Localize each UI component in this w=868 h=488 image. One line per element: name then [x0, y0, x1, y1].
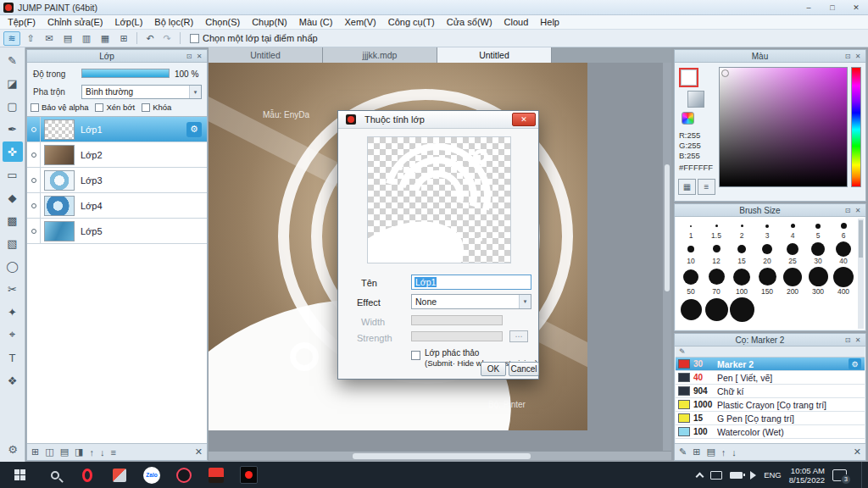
menu-item[interactable]: Help [534, 15, 565, 30]
menu-item[interactable]: Chọn(S) [199, 15, 246, 30]
close-panel-icon[interactable]: ✕ [853, 207, 863, 214]
layer-up-icon[interactable]: ↑ [89, 447, 94, 458]
layer-name-input[interactable]: Lớp1 [411, 274, 531, 290]
brush-edit-icon[interactable]: ✎ [679, 347, 686, 356]
taskbar-jumppaint-button[interactable] [200, 462, 232, 488]
brush-size-option[interactable]: 1.5 [704, 220, 729, 241]
ellipse-select-tool[interactable]: ◯ [3, 256, 23, 276]
brush-size-option[interactable]: 50 [678, 266, 704, 297]
layer-option-checkbox[interactable]: Khóa [142, 103, 171, 112]
show-desktop-button[interactable] [861, 462, 865, 488]
undock-icon[interactable]: ⊡ [184, 53, 194, 60]
minimize-button[interactable]: – [797, 0, 821, 14]
palette-grid-button[interactable]: ▦ [678, 179, 696, 195]
note-icon[interactable]: ▤ [59, 31, 76, 46]
brush-size-option[interactable]: 40 [831, 241, 856, 266]
taskbar-recorder-button[interactable] [232, 462, 264, 488]
checkbox-box[interactable] [95, 103, 103, 112]
brush-item[interactable]: 15G Pen [Cọ trang trí] [676, 412, 865, 425]
brush-size-option[interactable]: 150 [754, 266, 780, 297]
battery-icon[interactable] [730, 472, 743, 479]
color-cursor[interactable] [721, 69, 729, 77]
brush-size-option[interactable]: 15 [729, 241, 754, 266]
document-tab[interactable]: Untitled [209, 47, 323, 63]
brush-down-icon[interactable]: ↓ [732, 447, 737, 458]
dialog-close-button[interactable]: ✕ [512, 113, 536, 126]
layer-settings-icon[interactable]: ⚙ [186, 122, 202, 137]
ok-button[interactable]: OK [481, 362, 506, 376]
visibility-toggle[interactable] [27, 168, 41, 192]
visibility-toggle[interactable] [27, 117, 41, 141]
pen-tool[interactable]: ✒ [3, 119, 23, 139]
language-indicator[interactable]: ENG [764, 470, 782, 480]
speaker-icon[interactable] [750, 471, 756, 480]
brush-size-option[interactable]: 6 [831, 220, 856, 241]
taskbar-opera-button[interactable] [71, 462, 103, 488]
display-icon[interactable] [710, 471, 722, 480]
scrollbar-thumb[interactable] [353, 453, 531, 459]
checkbox-box[interactable] [31, 103, 39, 112]
close-button[interactable]: ✕ [844, 0, 868, 14]
brush-item[interactable]: 904Chữ kí [676, 385, 865, 398]
gradient-tool[interactable]: ▩ [3, 210, 23, 230]
brush-size-option[interactable]: 20 [754, 241, 780, 266]
duplicate-layer-icon[interactable]: ◫ [45, 446, 53, 458]
scrollbar-thumb[interactable] [859, 220, 863, 258]
cancel-button[interactable]: Cancel [509, 362, 539, 376]
add-brush-icon[interactable]: ⊞ [693, 446, 700, 458]
visibility-toggle[interactable] [27, 193, 41, 218]
document-tab[interactable]: jjjkk.mdp [323, 47, 437, 63]
wand-tool[interactable]: ✦ [3, 302, 23, 322]
draft-layer-checkbox[interactable] [411, 351, 420, 360]
layer-option-checkbox[interactable]: Bảo vệ alpha [31, 103, 88, 112]
layer-menu-icon[interactable]: ≡ [110, 447, 115, 458]
upload-icon[interactable]: ⇧ [22, 31, 39, 46]
brush-item[interactable]: 40Pen [ Viết, vẽ] [676, 371, 865, 385]
brush-size-option[interactable]: 200 [780, 266, 805, 297]
grid-icon[interactable]: ⊞ [115, 31, 132, 46]
layout-icon[interactable]: ▦ [97, 31, 114, 46]
layer-down-icon[interactable]: ↓ [100, 447, 105, 458]
marquee-tool[interactable]: ▧ [3, 233, 23, 253]
single-layer-pick-option[interactable]: Chọn một lớp tại điểm nhấp [190, 33, 318, 43]
menu-item[interactable]: Chụp(N) [246, 15, 293, 30]
brush-size-option[interactable]: 30 [805, 241, 831, 266]
menu-item[interactable]: Màu (C) [293, 15, 339, 30]
layer-option-checkbox[interactable]: Xén bớt [95, 103, 135, 112]
undock-icon[interactable]: ⊡ [843, 53, 853, 60]
background-color-swatch[interactable] [687, 91, 704, 108]
taskbar-operagx-button[interactable] [168, 462, 200, 488]
menu-item[interactable]: Công cụ(T) [382, 15, 441, 30]
horizontal-scrollbar[interactable] [209, 451, 671, 460]
menu-item[interactable]: Cloud [498, 15, 535, 30]
message-icon[interactable]: ✉ [41, 31, 58, 46]
hue-bar[interactable] [851, 67, 861, 187]
redo-icon[interactable]: ↷ [159, 31, 175, 46]
delete-brush-icon[interactable]: ✕ [854, 446, 861, 458]
menu-item[interactable]: Bộ lọc(R) [148, 15, 199, 30]
scrollbar-thumb[interactable] [665, 164, 670, 291]
crosshair-tool[interactable]: ⌖ [3, 324, 23, 345]
menu-item[interactable]: Chỉnh sửa(E) [42, 15, 108, 30]
effect-select[interactable]: None ▾ [411, 294, 531, 309]
brush-size-option[interactable] [729, 297, 754, 330]
dialog-titlebar[interactable]: Thuộc tính lớp [338, 111, 538, 129]
select-tool[interactable]: ▢ [3, 96, 23, 116]
brush-size-option[interactable]: 300 [805, 266, 831, 297]
brush-size-option[interactable] [704, 297, 729, 330]
menu-item[interactable]: Lớp(L) [108, 15, 148, 30]
brush-item[interactable]: 100Watercolor (Wet) [676, 425, 865, 439]
eraser-tool[interactable]: ◪ [3, 73, 23, 93]
blend-select[interactable]: Bình thường ▾ [81, 85, 202, 99]
brush-size-option[interactable] [678, 297, 704, 330]
layer-row[interactable]: Lớp3 [27, 168, 207, 193]
tray-expand-icon[interactable] [696, 472, 704, 480]
brush-size-option[interactable]: 4 [780, 220, 805, 241]
undock-icon[interactable]: ⊡ [843, 336, 853, 344]
layer-row[interactable]: Lớp1⚙ [27, 117, 207, 142]
brush-item[interactable]: 30Marker 2⚙ [676, 358, 865, 371]
layer-row[interactable]: Lớp2 [27, 142, 207, 168]
hand-tool[interactable]: ❖ [3, 370, 23, 391]
menu-item[interactable]: Cửa sổ(W) [441, 15, 498, 30]
text-tool[interactable]: T [3, 347, 23, 368]
